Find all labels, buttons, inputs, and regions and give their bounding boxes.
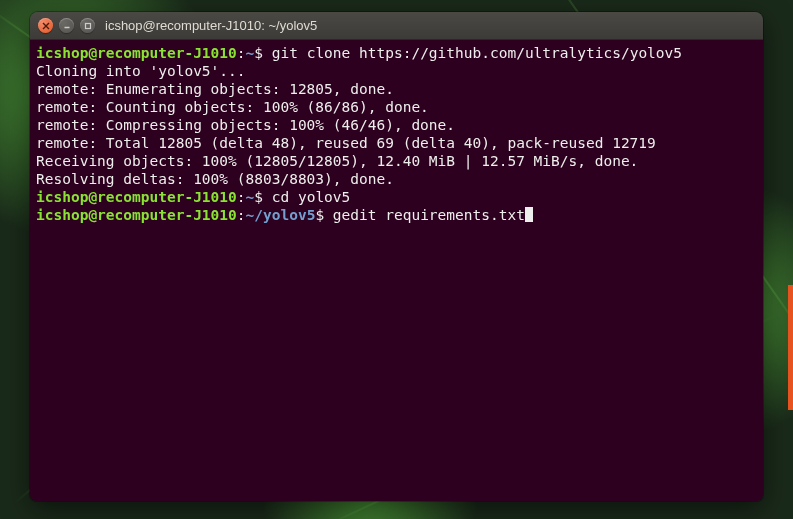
command-cd: cd yolov5 bbox=[263, 189, 350, 205]
prompt-user-host: icshop@recomputer-J1010 bbox=[36, 45, 237, 61]
prompt-colon: : bbox=[237, 45, 246, 61]
maximize-button[interactable] bbox=[80, 18, 95, 33]
prompt-symbol: $ bbox=[315, 207, 324, 223]
prompt-colon: : bbox=[237, 207, 246, 223]
output-line: remote: Enumerating objects: 12805, done… bbox=[36, 81, 394, 97]
prompt-user-host: icshop@recomputer-J1010 bbox=[36, 189, 237, 205]
output-line: remote: Compressing objects: 100% (46/46… bbox=[36, 117, 455, 133]
terminal-content[interactable]: icshop@recomputer-J1010:~$ git clone htt… bbox=[30, 40, 763, 501]
output-line: remote: Counting objects: 100% (86/86), … bbox=[36, 99, 429, 115]
prompt-path: ~/yolov5 bbox=[246, 207, 316, 223]
prompt-path: ~ bbox=[246, 45, 255, 61]
prompt-user-host: icshop@recomputer-J1010 bbox=[36, 207, 237, 223]
command-git-clone: git clone https://github.com/ultralytics… bbox=[263, 45, 682, 61]
prompt-colon: : bbox=[237, 189, 246, 205]
window-controls bbox=[38, 18, 95, 33]
output-line: Resolving deltas: 100% (8803/8803), done… bbox=[36, 171, 394, 187]
text-cursor bbox=[525, 207, 533, 222]
minimize-button[interactable] bbox=[59, 18, 74, 33]
prompt-symbol: $ bbox=[254, 45, 263, 61]
output-line: remote: Total 12805 (delta 48), reused 6… bbox=[36, 135, 656, 151]
terminal-window: icshop@recomputer-J1010: ~/yolov5 icshop… bbox=[30, 12, 763, 501]
window-title: icshop@recomputer-J1010: ~/yolov5 bbox=[105, 18, 317, 33]
close-button[interactable] bbox=[38, 18, 53, 33]
svg-rect-0 bbox=[85, 23, 90, 28]
window-titlebar[interactable]: icshop@recomputer-J1010: ~/yolov5 bbox=[30, 12, 763, 40]
prompt-symbol: $ bbox=[254, 189, 263, 205]
unity-launcher-edge bbox=[788, 285, 793, 410]
prompt-path: ~ bbox=[246, 189, 255, 205]
output-line: Cloning into 'yolov5'... bbox=[36, 63, 246, 79]
output-line: Receiving objects: 100% (12805/12805), 1… bbox=[36, 153, 638, 169]
command-gedit: gedit requirements.txt bbox=[324, 207, 525, 223]
